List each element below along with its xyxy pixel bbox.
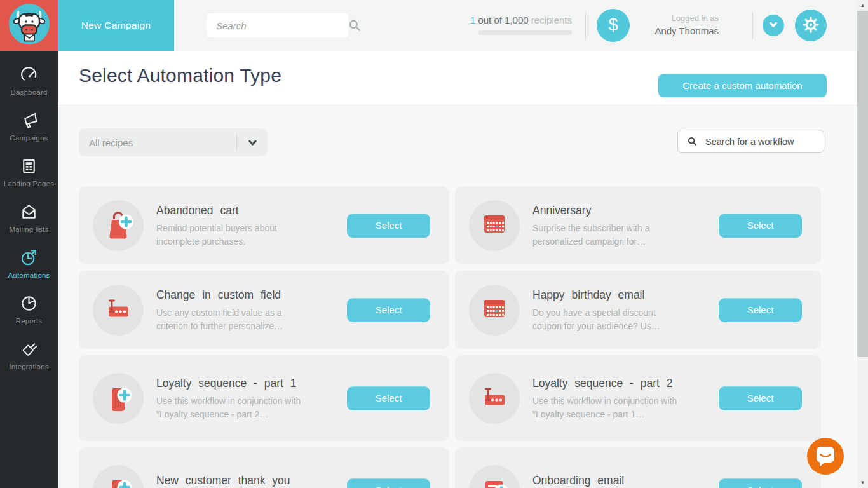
chat-smile-icon (807, 467, 844, 477)
logged-in-user: Logged in as Andy Thonmas (654, 13, 719, 36)
billing-button[interactable]: $ (597, 9, 630, 42)
automation-card-change-in-custom-field: Change in custom field Use any custom fi… (79, 271, 449, 349)
recipients-progress-bar (478, 30, 572, 35)
create-custom-automation-button[interactable]: Create a custom automation (658, 74, 827, 97)
user-name: Andy Thonmas (654, 25, 719, 36)
page-header: Select Automation Type Create a custom a… (58, 51, 868, 105)
card-text: Anniversary Surprise the subscriber with… (532, 202, 684, 248)
recipients-unit: recipients (531, 15, 572, 25)
sidebar-item-label: Automations (8, 271, 50, 279)
tag-plus-icon (93, 464, 144, 488)
sidebar-item-reports[interactable]: Reports (0, 293, 58, 339)
card-icon-circle (93, 465, 144, 488)
tag-plus-icon (93, 372, 144, 425)
select-button[interactable]: Select (719, 298, 802, 322)
card-description: Use this workflow in conjunction with "L… (156, 395, 304, 421)
automation-card-onboarding-email-sequence: Onboarding email sequence Select (455, 447, 821, 488)
card-title: Happy birthday email (532, 287, 679, 303)
card-text: Onboarding email sequence (532, 472, 684, 488)
recipe-filter-value: All recipes (79, 137, 236, 148)
card-icon-circle (93, 285, 144, 336)
shopping-bag-plus-icon (93, 199, 144, 252)
custom-field-icon (93, 283, 144, 337)
sidebar-item-mailing-lists[interactable]: Mailing lists (0, 201, 58, 247)
app-root: Dashboard Campaigns (0, 0, 868, 488)
header-divider (585, 12, 586, 39)
card-title: Abandoned cart (156, 202, 302, 219)
sidebar-item-label: Campaigns (10, 134, 48, 142)
select-button[interactable]: Select (347, 298, 430, 322)
new-campaign-button[interactable]: New Campaign (58, 0, 174, 51)
card-description: Remind potential buyers about incomplete… (156, 222, 304, 248)
select-button[interactable]: Select (347, 478, 430, 488)
reports-clock-icon (19, 293, 39, 314)
gear-icon (801, 15, 820, 36)
header-search-input[interactable] (207, 20, 348, 31)
main-content: Select Automation Type Create a custom a… (58, 51, 868, 488)
page-scrollbar[interactable]: ▲ ▼ (857, 0, 868, 488)
workflow-search-box (677, 130, 824, 153)
calendar-icon (469, 283, 520, 337)
select-button[interactable]: Select (719, 386, 802, 410)
settings-button[interactable] (795, 10, 827, 41)
card-title: New customer thank you email (156, 472, 302, 488)
scrollbar-thumb[interactable] (857, 11, 868, 357)
automation-card-loyalty-sequence-part-1: Loyalty sequence - part 1 Use this workf… (79, 355, 449, 441)
scrollbar-up-arrow[interactable]: ▲ (857, 0, 868, 11)
card-title: Onboarding email sequence (532, 472, 679, 488)
card-description: Do you have a special discount coupon fo… (532, 306, 680, 333)
card-text: Change in custom field Use any custom fi… (156, 287, 308, 333)
chevron-down-icon (766, 18, 780, 34)
chat-widget-button[interactable] (807, 438, 844, 475)
integrations-plug-icon (19, 339, 39, 360)
document-plus-icon (469, 464, 520, 488)
automation-card-loyalty-sequence-part-2: Loyalty sequence - part 2 Use this workf… (455, 355, 821, 441)
automation-card-abandoned-cart: Abandoned cart Remind potential buyers a… (79, 186, 449, 264)
envelope-icon (19, 201, 39, 222)
sidebar-nav: Dashboard Campaigns (0, 51, 58, 384)
automation-card-new-customer-thank-you-email: New customer thank you email Select (79, 447, 449, 488)
card-title: Loyalty sequence - part 2 (532, 375, 679, 391)
brand-logo[interactable] (0, 0, 58, 51)
card-icon-circle (93, 373, 144, 424)
recipients-used: 1 (470, 15, 475, 25)
workflow-search-input[interactable] (700, 137, 829, 147)
sidebar-item-integrations[interactable]: Integrations (0, 339, 58, 384)
select-button[interactable]: Select (347, 386, 430, 410)
scrollbar-down-arrow[interactable]: ▼ (857, 477, 868, 488)
select-button[interactable]: Select (719, 214, 802, 238)
recipe-filter-dropdown[interactable]: All recipes (79, 128, 268, 156)
card-icon-circle (469, 200, 520, 251)
recipients-text: 1 out of 1,000 recipients (414, 15, 572, 25)
account-menu-button[interactable] (763, 15, 784, 36)
card-description: Surprise the subscriber with a personali… (532, 222, 680, 248)
top-bar: New Campaign 1 out of 1,000 recipients $… (58, 0, 868, 51)
card-description: Use any custom field value as a criterio… (156, 306, 304, 333)
sidebar-item-campaigns[interactable]: Campaigns (0, 110, 58, 156)
sidebar: Dashboard Campaigns (0, 0, 58, 488)
sidebar-item-label: Reports (16, 317, 43, 325)
card-title: Loyalty sequence - part 1 (156, 375, 302, 391)
calendar-icon (469, 199, 520, 252)
search-icon (348, 18, 362, 32)
card-icon-circle (469, 285, 520, 336)
recipients-quota: 1 out of 1,000 recipients (414, 15, 572, 35)
sidebar-item-landing-pages[interactable]: Landing Pages (0, 156, 58, 201)
card-text: New customer thank you email (156, 472, 308, 488)
automation-card-anniversary: Anniversary Surprise the subscriber with… (455, 186, 821, 264)
select-button[interactable]: Select (719, 478, 802, 488)
sidebar-item-automations[interactable]: Automations (0, 247, 58, 293)
recipients-mid: out of 1,000 (475, 15, 531, 25)
search-icon (687, 136, 698, 147)
automation-clock-icon (19, 247, 39, 268)
card-text: Happy birthday email Do you have a speci… (532, 287, 684, 333)
landing-page-icon (19, 156, 39, 177)
card-title: Anniversary (532, 202, 679, 219)
sidebar-item-dashboard[interactable]: Dashboard (0, 64, 58, 110)
header-search-box (207, 13, 348, 37)
card-title: Change in custom field (156, 287, 302, 303)
card-text: Loyalty sequence - part 1 Use this workf… (156, 375, 308, 421)
card-description: Use this workflow in conjunction with "L… (532, 395, 680, 421)
page-title: Select Automation Type (79, 65, 281, 86)
select-button[interactable]: Select (347, 214, 430, 238)
